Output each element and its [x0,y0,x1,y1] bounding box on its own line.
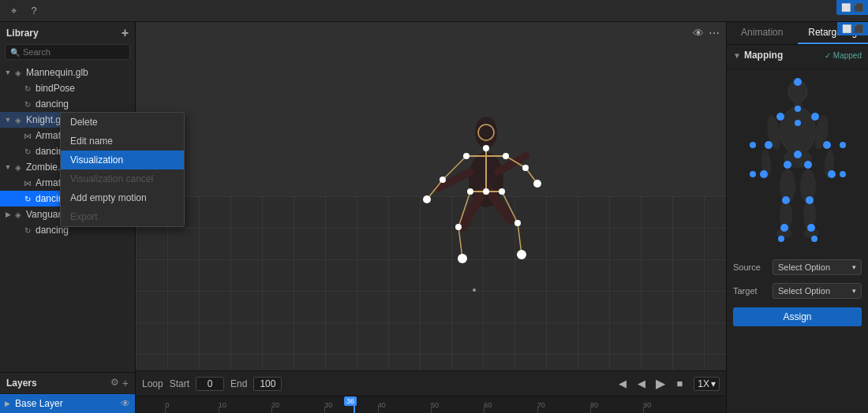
play-button[interactable]: ▶ [653,376,668,392]
svg-point-64 [811,236,817,242]
loop-label: Loop [142,378,163,389]
ctx-edit-name[interactable]: Edit name [61,132,184,151]
svg-point-25 [423,195,431,203]
svg-point-59 [782,196,790,204]
end-value[interactable]: 100 [253,377,282,391]
corner-btn-2[interactable]: ⬛ [854,24,863,33]
svg-point-60 [806,196,814,204]
stop-button[interactable]: ■ [672,376,687,392]
viewport-eye-icon[interactable]: 👁 [693,27,704,39]
svg-point-47 [794,78,802,86]
svg-line-17 [518,223,522,255]
rate-value: 1X [698,378,709,389]
search-box[interactable]: 🔍 [5,44,130,60]
svg-point-65 [750,142,756,148]
mapped-label: Mapped [833,51,862,60]
tab-animation[interactable]: Animation [727,22,798,44]
start-label: Start [170,378,189,389]
svg-point-19 [463,153,470,159]
viewport-dots-icon[interactable]: ⋯ [709,27,720,39]
target-select[interactable]: Select Option ▾ [773,283,862,299]
mapping-title: Mapping [744,50,783,61]
character-svg [360,38,597,353]
tree-arrow: ▶ [3,210,13,218]
svg-point-67 [840,142,846,148]
playhead-label: 36 [344,396,357,406]
svg-point-55 [795,120,801,126]
right-panel: ⬜ ⬛ Animation Retargeting ▼ Mapping ✓ Ma… [726,22,868,413]
svg-point-54 [795,106,801,112]
svg-point-27 [533,180,541,188]
prev-frame-button[interactable]: ◀ [615,376,630,392]
tree-item-mannequin[interactable]: ▼ ◈ Mannequin.glb [0,65,135,80]
svg-point-23 [499,188,505,195]
anim-icon: ↻ [22,226,33,235]
base-layer-label: Base Layer [15,398,63,409]
base-layer-row[interactable]: ▶ Base Layer 👁 [0,394,135,413]
layers-title: Layers [6,378,37,389]
target-field: Target Select Option ▾ [727,279,868,303]
svg-point-20 [503,153,509,159]
end-label: End [230,378,247,389]
svg-point-56 [794,151,802,158]
library-add-button[interactable]: + [122,27,129,39]
tree-label: Mannequin.glb [26,67,88,78]
mapped-badge: ✓ Mapped [825,51,862,60]
svg-point-29 [458,254,467,263]
anim-icon: ↻ [22,195,33,203]
playback-rate[interactable]: 1X ▾ [694,377,720,391]
target-label: Target [733,286,768,296]
svg-point-49 [811,113,819,121]
start-value[interactable]: 0 [196,377,224,391]
assign-button[interactable]: Assign [733,307,862,326]
viewport-canvas[interactable]: 👁 ⋯ [136,22,726,370]
svg-point-66 [750,171,756,177]
ctx-visualization-cancel: Visualization cancel [61,169,184,188]
bone-icon: ⋈ [22,179,33,188]
rewind-button[interactable]: ◀ [634,376,649,392]
source-chevron: ▾ [852,263,856,271]
search-icon: 🔍 [10,48,20,57]
tree-arrow: ▼ [3,116,13,124]
svg-point-51 [823,141,831,149]
body-map [727,69,868,255]
body-map-svg [746,76,849,249]
svg-point-18 [483,145,489,151]
timeline-ruler[interactable]: 0 10 20 30 40 50 60 70 8 [136,396,726,413]
left-panel: Library + 🔍 ▼ ◈ Mannequin.glb ↻ bindPose [0,22,136,413]
ctx-delete[interactable]: Delete [61,113,184,132]
svg-point-48 [776,113,784,121]
svg-point-30 [514,220,521,226]
layers-settings-icon[interactable]: ⚙ [110,377,119,389]
ctx-add-empty-motion[interactable]: Add empty motion [61,188,184,207]
corner-icon2: ⬛ [854,3,863,12]
svg-point-24 [440,177,446,183]
mapping-collapse[interactable]: ▼ [733,51,741,60]
viewport: 👁 ⋯ [136,22,726,413]
layer-visibility-icon[interactable]: 👁 [121,398,130,409]
playback-controls: ◀ ◀ ▶ ■ [615,376,687,392]
ctx-visualization[interactable]: Visualization [61,151,184,169]
corner-btn-1[interactable]: ⬜ [842,24,851,33]
source-field: Source Select Option ▾ [727,255,868,279]
search-input[interactable] [23,47,125,57]
mapping-header: ▼ Mapping ✓ Mapped [733,50,862,61]
layer-expand-icon: ▶ [5,400,10,407]
cursor-icon[interactable]: ⌖ [6,4,21,18]
corner-icon1: ⬜ [841,3,851,12]
svg-line-15 [458,227,462,259]
svg-point-58 [804,161,812,169]
tree-item-mannequin-dancing[interactable]: ↻ dancing [0,96,135,112]
library-header: Library + [0,22,135,44]
svg-point-22 [467,188,473,195]
anim-icon: ↻ [22,84,33,93]
svg-point-57 [784,161,791,169]
help-icon[interactable]: ? [27,4,41,18]
tree-item-mannequin-bindpose[interactable]: ↻ bindPose [0,80,135,96]
svg-line-2 [462,192,482,227]
main-area: Library + 🔍 ▼ ◈ Mannequin.glb ↻ bindPose [0,22,868,413]
source-select[interactable]: Select Option ▾ [773,259,862,275]
corner-buttons[interactable]: ⬜ ⬛ [836,0,868,15]
library-title: Library [6,28,39,39]
layers-add-button[interactable]: + [122,377,129,389]
